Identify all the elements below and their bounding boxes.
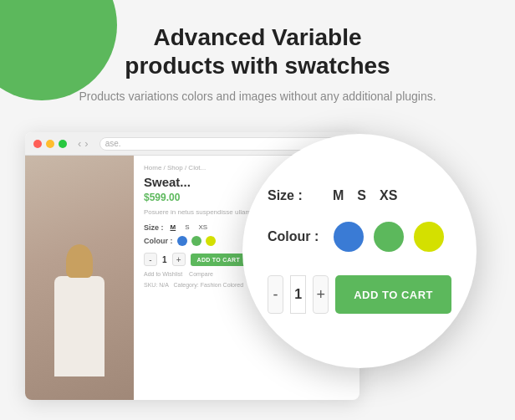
zoom-add-to-cart-button[interactable]: ADD TO CART [335, 275, 451, 314]
size-option-s[interactable]: S [182, 223, 191, 232]
zoom-qty-value: 1 [290, 275, 306, 314]
model-silhouette [46, 233, 113, 400]
colour-label: Colour : [144, 237, 173, 245]
colour-green[interactable] [191, 236, 201, 246]
compare-link[interactable]: Compare [189, 271, 213, 277]
add-to-cart-button-small[interactable]: ADD TO CART [191, 254, 247, 266]
qty-minus-button[interactable]: - [144, 253, 157, 266]
zoom-colour-label: Colour : [268, 229, 319, 244]
minimize-dot[interactable] [46, 140, 54, 148]
zoom-qty-plus-button[interactable]: + [313, 275, 329, 314]
zoom-content: Size : M S XS Colour : - 1 + ADD TO C [242, 172, 477, 330]
zoom-colour-yellow[interactable] [414, 222, 444, 252]
product-image [25, 156, 134, 400]
zoom-colour-dots [334, 222, 444, 252]
page-title: Advanced Variable products with swatches [50, 23, 465, 79]
qty-value: 1 [162, 255, 167, 264]
category-label: Category: [173, 282, 198, 288]
zoom-size-m[interactable]: M [333, 188, 344, 203]
wishlist-link[interactable]: Add to Wishlist [144, 271, 182, 277]
zoom-size-s[interactable]: S [357, 188, 366, 203]
zoom-qty-minus-button[interactable]: - [268, 275, 283, 314]
zoom-colour-blue[interactable] [334, 222, 364, 252]
header-section: Advanced Variable products with swatches… [0, 0, 515, 115]
size-option-m[interactable]: M [168, 223, 179, 232]
zoom-colour-green[interactable] [374, 222, 404, 252]
qty-plus-button[interactable]: + [172, 253, 186, 266]
colour-blue[interactable] [177, 236, 187, 246]
model-body [54, 276, 105, 376]
zoom-size-xs[interactable]: XS [380, 188, 397, 203]
maximize-dot[interactable] [59, 140, 67, 148]
zoom-size-row: Size : M S XS [268, 188, 451, 203]
zoom-size-label: Size : [268, 188, 318, 203]
nav-forward-icon[interactable]: › [84, 137, 88, 150]
product-photo [25, 156, 134, 400]
page-subtitle: Products variations colors and images wi… [50, 88, 465, 105]
size-option-xs[interactable]: XS [196, 223, 211, 232]
browser-nav: ‹ › [78, 137, 89, 150]
model-hair [66, 244, 93, 278]
colour-yellow[interactable] [206, 236, 216, 246]
close-dot[interactable] [33, 140, 42, 148]
nav-back-icon[interactable]: ‹ [78, 137, 81, 150]
zoom-colour-row: Colour : [268, 222, 451, 252]
sku-value: N/A [159, 282, 168, 288]
size-label: Size : [144, 223, 164, 232]
zoom-add-row: - 1 + ADD TO CART [268, 275, 451, 314]
zoom-overlay: Size : M S XS Colour : - 1 + ADD TO C [242, 134, 477, 368]
zoom-size-options: M S XS [333, 188, 397, 203]
sku-label: SKU: [144, 282, 157, 288]
category-value: Fashion Colored [201, 282, 243, 288]
